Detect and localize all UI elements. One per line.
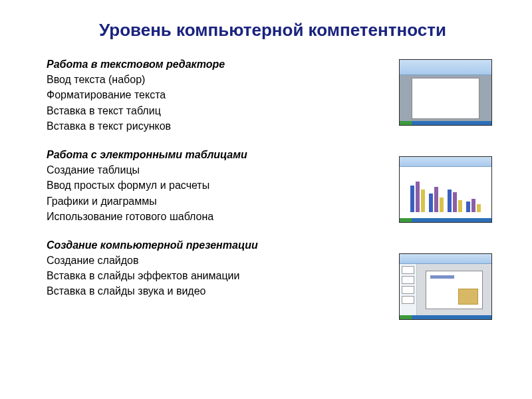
bar [434,187,438,212]
bar-chart-icon [400,167,491,219]
section-item: Вставка в слайды эффектов анимации [47,268,399,283]
bar-group [466,199,481,212]
window-titlebar [400,254,491,264]
section-spreadsheets: Работа с электронными таблицами Создание… [47,147,399,224]
content-row: Работа в текстовом редакторе Ввод текста… [47,57,499,320]
slide-canvas [417,264,491,316]
powerpoint-screenshot-icon [399,253,492,320]
bar-group [448,190,462,212]
ppt-body [400,264,491,316]
bar [453,192,457,212]
title-placeholder-icon [430,275,454,279]
slide-panel [400,264,417,316]
window-titlebar [400,60,491,75]
start-button-icon [400,218,412,222]
section-text-editor: Работа в текстовом редакторе Ввод текста… [47,57,399,134]
taskbar [400,218,491,222]
section-item: Вставка в слайды звука и видео [47,283,399,299]
slide-thumb-icon [402,276,414,284]
taskbar [400,121,491,125]
section-heading: Создание компьютерной презентации [47,239,258,251]
bar [458,200,462,212]
bar [421,190,425,212]
thumbnail-column [399,57,499,320]
section-item: Ввод простых формул и расчеты [47,178,399,193]
section-item: Вставка в текст рисунков [47,118,399,134]
bar [429,194,433,212]
section-item: Создание таблицы [47,162,399,178]
bar [471,199,475,212]
window-titlebar [400,157,491,167]
slide-thumb-icon [402,286,414,294]
bar [440,198,444,212]
section-item: Ввод текста (набор) [47,72,399,87]
blank-page [412,78,479,119]
slide: Уровень компьютерной компетентности Рабо… [0,0,532,399]
bar-group [410,182,425,212]
slide-preview [426,271,483,309]
section-item: Вставка в текст таблиц [47,103,399,118]
document-area [400,75,491,122]
start-button-icon [400,121,412,125]
start-button-icon [400,315,412,319]
section-item: Графики и диаграммы [47,194,399,209]
section-item: Форматирование текста [47,87,399,102]
section-presentation: Создание компьютерной презентации Создан… [47,237,399,299]
excel-chart-screenshot-icon [399,156,492,223]
section-item: Создание слайдов [47,253,399,268]
slide-thumb-icon [402,266,414,274]
slide-title: Уровень компьютерной компетентности [47,20,499,41]
bar [466,201,470,212]
section-heading: Работа в текстовом редакторе [47,59,225,70]
section-heading: Работа с электронными таблицами [47,149,247,160]
bar [448,190,452,212]
bar-group [429,187,444,212]
section-item: Использование готового шаблона [47,209,399,224]
bar [410,186,414,212]
taskbar [400,315,491,319]
slide-thumb-icon [402,296,414,304]
word-screenshot-icon [399,59,492,126]
bar [416,182,420,212]
content-placeholder-icon [458,289,478,305]
bar [477,204,481,212]
text-column: Работа в текстовом редакторе Ввод текста… [47,57,399,320]
